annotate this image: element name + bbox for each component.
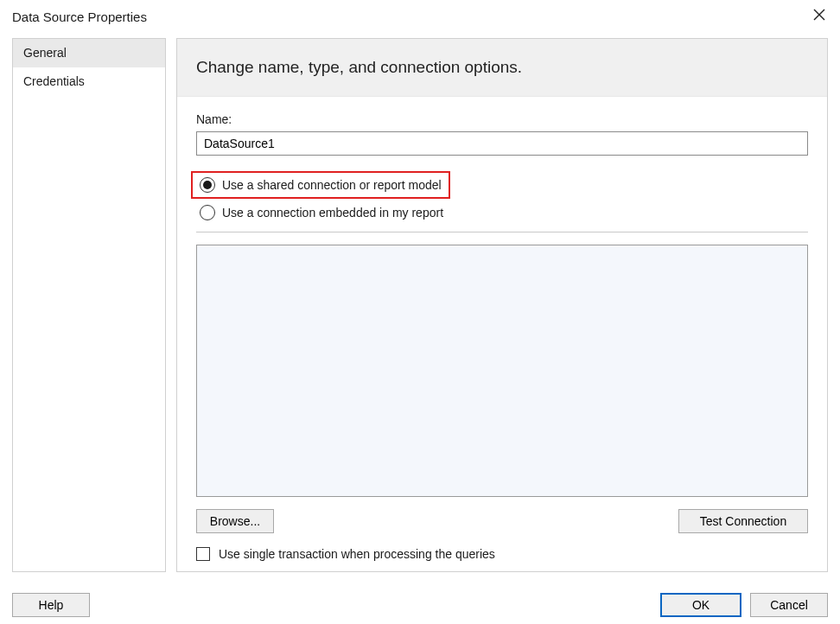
checkbox-label: Use single transaction when processing t… [219, 547, 495, 561]
below-list-row: Browse... Test Connection [196, 509, 808, 533]
connection-type-group: Use a shared connection or report model … [196, 171, 808, 223]
footer-right: OK Cancel [660, 593, 828, 617]
main-pane: Change name, type, and connection option… [176, 38, 828, 572]
close-icon [813, 8, 825, 25]
highlight-shared-connection: Use a shared connection or report model [191, 171, 450, 199]
single-transaction-checkbox[interactable]: Use single transaction when processing t… [196, 547, 808, 561]
cancel-button[interactable]: Cancel [750, 593, 828, 617]
radio-label: Use a connection embedded in my report [222, 206, 443, 220]
name-label: Name: [196, 112, 808, 126]
sidebar-item-label: General [23, 46, 67, 60]
test-connection-button[interactable]: Test Connection [678, 509, 808, 533]
radio-label: Use a shared connection or report model [222, 178, 442, 192]
divider [196, 232, 808, 232]
content-area: General Credentials Change name, type, a… [0, 33, 840, 572]
help-button[interactable]: Help [12, 593, 90, 617]
radio-icon [200, 205, 215, 220]
radio-icon [200, 177, 215, 193]
name-input[interactable] [196, 131, 808, 156]
checkbox-icon [196, 547, 210, 561]
browse-button[interactable]: Browse... [196, 509, 274, 533]
sidebar-item-label: Credentials [23, 74, 85, 88]
sidebar: General Credentials [12, 38, 166, 572]
main-header-text: Change name, type, and connection option… [196, 58, 522, 76]
ok-button[interactable]: OK [660, 593, 741, 617]
close-button[interactable] [807, 4, 831, 29]
title-bar: Data Source Properties [0, 0, 840, 33]
sidebar-item-credentials[interactable]: Credentials [13, 67, 165, 96]
radio-shared-connection[interactable]: Use a shared connection or report model [196, 175, 445, 195]
connection-listbox[interactable] [196, 245, 808, 497]
window-title: Data Source Properties [12, 10, 147, 24]
radio-embedded-connection[interactable]: Use a connection embedded in my report [196, 202, 808, 223]
dialog-footer: Help OK Cancel [0, 593, 840, 617]
main-header: Change name, type, and connection option… [177, 39, 827, 97]
main-body: Name: Use a shared connection or report … [177, 97, 827, 571]
sidebar-item-general[interactable]: General [13, 39, 165, 67]
